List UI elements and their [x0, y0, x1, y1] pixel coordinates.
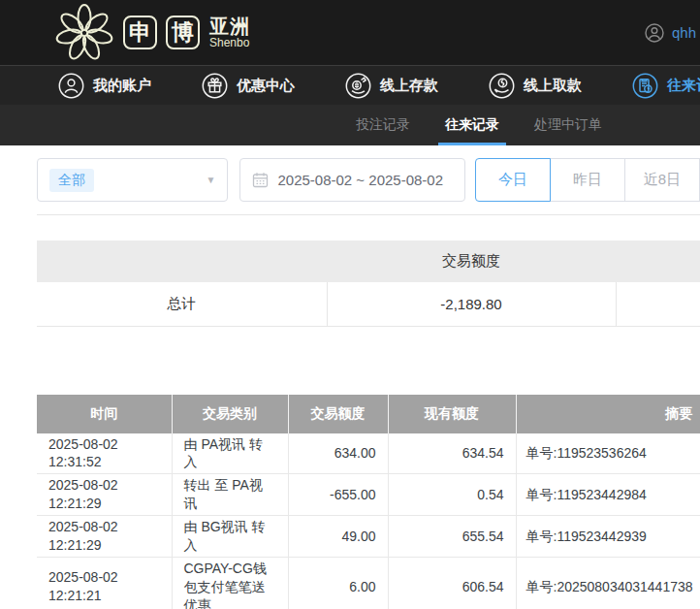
- table-header-cell: 时间: [37, 395, 172, 433]
- table-cell: 单号:119523442984: [516, 474, 700, 516]
- deposit-icon: [345, 73, 371, 99]
- summary-empty-cell: [616, 282, 700, 326]
- summary-header-row: 交易额度: [37, 240, 700, 282]
- table-cell: 2025-08-02 12:21:21: [37, 557, 172, 609]
- summary-total-amount: -2,189.80: [327, 282, 616, 326]
- nav-item-promotions[interactable]: 优惠中心: [202, 73, 295, 99]
- table-cell: 单号:119523442939: [516, 516, 700, 558]
- chevron-down-icon: ▼: [207, 175, 216, 185]
- table-cell: 单号:119523536264: [516, 433, 700, 474]
- date-range-text: 2025-08-02 ~ 2025-08-02: [277, 172, 443, 188]
- table-cell: 转出 至 PA视讯: [172, 474, 288, 516]
- transactions-header-row: 时间交易类别交易额度现有额度摘要: [37, 395, 700, 433]
- table-row: 2025-08-02 12:21:21CGPAY-CG钱包支付笔笔送优惠6.00…: [37, 557, 700, 609]
- sub-tab-bar: 投注记录 往来记录 处理中订单: [0, 105, 700, 145]
- table-cell: -655.00: [288, 474, 388, 516]
- yesterday-button[interactable]: 昨日: [550, 158, 625, 202]
- records-icon: [632, 73, 658, 99]
- table-header-cell: 交易类别: [172, 395, 288, 433]
- table-cell: 单号:202508034031441738: [516, 557, 700, 609]
- top-header: 申 博 亚洲 Shenbo qhh: [0, 0, 700, 65]
- nav-label: 优惠中心: [237, 77, 295, 95]
- table-cell: 由 BG视讯 转入: [172, 516, 288, 558]
- user-area[interactable]: qhh: [645, 23, 696, 43]
- table-cell: 由 PA视讯 转入: [172, 433, 288, 474]
- summary-header-empty: [616, 240, 700, 282]
- content-area: 全部 ▼ 2025-08-02 ~ 2025-08-02 今日 昨日 近8日: [0, 158, 700, 609]
- table-row: 2025-08-02 12:21:29由 BG视讯 转入49.00655.54单…: [37, 516, 700, 558]
- summary-header-empty: [37, 240, 327, 282]
- logo-en-text: Shenbo: [209, 36, 250, 49]
- type-select[interactable]: 全部 ▼: [37, 158, 228, 202]
- main-nav: 我的账户 优惠中心 线上存款: [0, 65, 700, 105]
- table-cell: 2025-08-02 12:21:29: [37, 474, 172, 516]
- nav-label: 我的账户: [93, 77, 151, 95]
- nav-item-deposit[interactable]: 线上存款: [345, 73, 438, 99]
- date-range-picker[interactable]: 2025-08-02 ~ 2025-08-02: [239, 158, 465, 202]
- tab-pending-orders[interactable]: 处理中订单: [527, 105, 609, 145]
- last-8-days-button[interactable]: 近8日: [624, 158, 700, 202]
- table-cell: 655.54: [388, 516, 516, 558]
- logo-char-box: 申: [123, 16, 157, 49]
- withdraw-icon: [489, 73, 515, 99]
- transactions-table: 时间交易类别交易额度现有额度摘要 2025-08-02 12:31:52由 PA…: [37, 395, 700, 609]
- nav-item-transaction-records[interactable]: 往来记录: [632, 73, 700, 99]
- user-avatar-icon: [645, 23, 664, 43]
- nav-label: 往来记录: [667, 77, 700, 95]
- calendar-icon: [252, 172, 269, 188]
- table-header-cell: 交易额度: [288, 395, 388, 433]
- summary-header-amount: 交易额度: [327, 240, 616, 282]
- table-row: 2025-08-02 12:21:29转出 至 PA视讯-655.000.54单…: [37, 474, 700, 516]
- summary-total-label: 总计: [37, 282, 327, 326]
- table-cell: 634.54: [388, 433, 516, 474]
- tab-betting-records[interactable]: 投注记录: [349, 105, 417, 145]
- tab-transaction-records[interactable]: 往来记录: [438, 105, 506, 145]
- type-selected-tag[interactable]: 全部: [49, 169, 94, 192]
- nav-item-withdraw[interactable]: 线上取款: [489, 73, 582, 99]
- logo-region-text: 亚洲: [209, 16, 250, 36]
- table-cell: 0.54: [388, 474, 516, 516]
- summary-total-row: 总计 -2,189.80: [37, 282, 700, 326]
- today-button[interactable]: 今日: [475, 158, 551, 202]
- table-cell: CGPAY-CG钱包支付笔笔送优惠: [172, 557, 288, 609]
- quick-date-buttons: 今日 昨日 近8日: [475, 158, 700, 202]
- table-header-cell: 现有额度: [388, 395, 516, 433]
- logo-char: 申: [129, 17, 151, 48]
- table-cell: 49.00: [288, 516, 388, 558]
- table-cell: 2025-08-02 12:21:29: [37, 516, 172, 558]
- filter-row: 全部 ▼ 2025-08-02 ~ 2025-08-02 今日 昨日 近8日: [37, 158, 700, 202]
- table-cell: 634.00: [288, 433, 388, 474]
- nav-label: 线上存款: [380, 77, 438, 95]
- table-cell: 606.54: [388, 557, 516, 609]
- flower-logo-icon: [54, 3, 114, 63]
- summary-table: 交易额度 总计 -2,189.80: [37, 240, 700, 327]
- table-cell: 6.00: [288, 557, 388, 609]
- user-icon: [58, 73, 84, 99]
- nav-item-my-account[interactable]: 我的账户: [58, 73, 151, 99]
- logo-char-box: 博: [166, 16, 200, 49]
- gift-icon: [202, 73, 228, 99]
- table-header-cell: 摘要: [516, 395, 700, 433]
- username-text[interactable]: qhh: [672, 24, 696, 41]
- brand-logo[interactable]: 申 博 亚洲 Shenbo: [54, 3, 250, 63]
- table-cell: 2025-08-02 12:31:52: [37, 433, 172, 474]
- logo-char: 博: [172, 17, 194, 48]
- table-row: 2025-08-02 12:31:52由 PA视讯 转入634.00634.54…: [37, 433, 700, 474]
- nav-label: 线上取款: [524, 77, 582, 95]
